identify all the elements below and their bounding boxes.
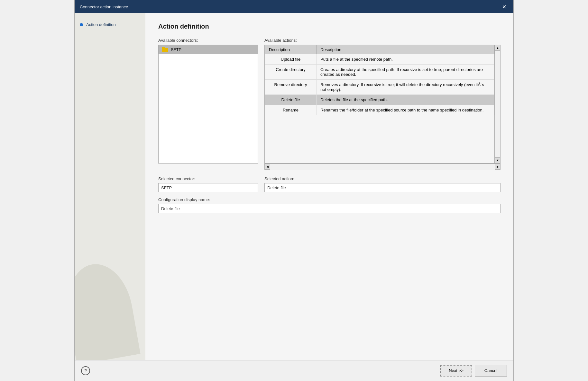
config-name-group: Configuration display name:: [158, 197, 501, 213]
table-row[interactable]: Delete file Deletes the file at the spec…: [265, 95, 494, 105]
connectors-list[interactable]: SFTP: [158, 45, 258, 164]
col-header-description2: Description: [317, 45, 494, 54]
selected-connector-input[interactable]: [158, 183, 258, 192]
two-col-layout: Available connectors: SFTP Available act…: [158, 38, 501, 170]
table-row[interactable]: Create directory Creates a directory at …: [265, 65, 494, 80]
action-name: Rename: [265, 105, 317, 115]
action-name: Delete file: [265, 95, 317, 105]
content-area: Action definition Action definition Avai…: [75, 13, 513, 360]
horizontal-scrollbar-track: [270, 164, 495, 170]
footer-right: Next >> Cancel: [440, 365, 507, 377]
selected-action-label: Selected action:: [264, 176, 501, 181]
scroll-down-button[interactable]: ▼: [495, 157, 501, 163]
table-row[interactable]: Rename Renames the file/folder at the sp…: [265, 105, 494, 115]
footer-left: ?: [81, 366, 90, 375]
folder-icon: [162, 47, 168, 52]
connector-name: SFTP: [171, 47, 181, 52]
selected-action-input[interactable]: [264, 183, 501, 192]
config-name-label: Configuration display name:: [158, 197, 501, 202]
action-description: Deletes the file at the specified path.: [317, 95, 494, 105]
sidebar: Action definition: [75, 13, 145, 360]
actions-table-scroll[interactable]: Description Description Upload file Puts…: [265, 45, 494, 163]
selected-connector-group: Selected connector:: [158, 176, 258, 192]
vertical-scrollbar[interactable]: ▲ ▼: [494, 45, 500, 163]
available-connectors-label: Available connectors:: [158, 38, 258, 43]
config-name-input[interactable]: [158, 204, 501, 213]
next-button[interactable]: Next >>: [440, 365, 472, 377]
actions-section: Available actions: Description Descripti…: [264, 38, 501, 170]
help-button[interactable]: ?: [81, 366, 90, 375]
action-name: Create directory: [265, 65, 317, 80]
actions-table-wrap: Description Description Upload file Puts…: [264, 45, 501, 164]
scroll-right-button[interactable]: ▶: [495, 164, 501, 170]
dialog-window: Connector action instance ✕ Action defin…: [74, 0, 514, 381]
connectors-section: Available connectors: SFTP: [158, 38, 258, 170]
action-name: Upload file: [265, 54, 317, 65]
footer: ? Next >> Cancel: [75, 360, 513, 381]
actions-table: Description Description Upload file Puts…: [265, 45, 494, 115]
selected-connector-label: Selected connector:: [158, 176, 258, 181]
scroll-up-button[interactable]: ▲: [495, 45, 501, 51]
scroll-left-button[interactable]: ◀: [264, 164, 270, 170]
cancel-button[interactable]: Cancel: [475, 365, 507, 377]
scrollbar-track: [495, 51, 500, 157]
col-header-description1: Description: [265, 45, 317, 54]
selected-action-group: Selected action:: [264, 176, 501, 192]
sidebar-item-label: Action definition: [86, 22, 116, 27]
horizontal-scrollbar-area: ◀ ▶: [264, 164, 501, 170]
action-name: Remove directory: [265, 80, 317, 95]
main-content: Action definition Available connectors: …: [145, 13, 513, 360]
connector-item-sftp[interactable]: SFTP: [159, 45, 258, 54]
window-title: Connector action instance: [80, 4, 128, 9]
table-row[interactable]: Upload file Puts a file at the specified…: [265, 54, 494, 65]
selected-fields-row: Selected connector: Selected action:: [158, 176, 501, 192]
action-description: Creates a directory at the specified pat…: [317, 65, 494, 80]
close-button[interactable]: ✕: [500, 3, 508, 11]
action-description: Puts a file at the specified remote path…: [317, 54, 494, 65]
available-actions-label: Available actions:: [264, 38, 501, 43]
section-title: Action definition: [158, 23, 501, 30]
action-description: Removes a directory. If recursive is tru…: [317, 80, 494, 95]
sidebar-item-action-definition[interactable]: Action definition: [75, 20, 145, 30]
action-description: Renames the file/folder at the specified…: [317, 105, 494, 115]
title-bar: Connector action instance ✕: [75, 0, 513, 13]
active-dot-icon: [80, 23, 83, 26]
table-row[interactable]: Remove directory Removes a directory. If…: [265, 80, 494, 95]
sidebar-decoration: [75, 259, 141, 360]
